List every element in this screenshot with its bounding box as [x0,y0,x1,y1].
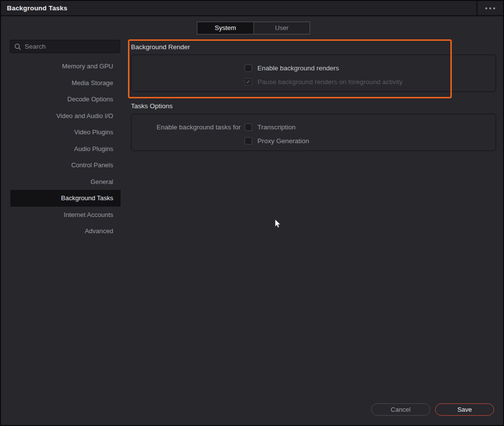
sidebar-item-video-plugins[interactable]: Video Plugins [10,124,121,141]
ellipsis-icon [485,7,487,9]
pause-background-renders-label: Pause background renders on foreground a… [257,78,403,86]
ellipsis-icon [489,7,491,9]
sidebar-item-video-and-audio-io[interactable]: Video and Audio I/O [10,108,121,124]
pause-background-renders-checkbox [245,78,252,86]
proxy-generation-checkbox[interactable] [245,137,252,145]
scope-tabs: System User [197,22,310,34]
search-icon [14,43,21,50]
sidebar-item-memory-and-gpu[interactable]: Memory and GPU [10,58,121,75]
tasks-options-header: Tasks Options [131,102,173,110]
tasks-options-panel: Enable background tasks for Transcriptio… [131,114,496,151]
search-box[interactable] [10,40,120,53]
tab-system[interactable]: System [197,22,253,34]
preferences-dialog: Background Tasks System User Memory and … [0,0,504,426]
mouse-cursor [275,219,282,229]
ellipsis-icon [493,7,495,9]
sidebar-item-general[interactable]: General [10,174,121,190]
sidebar-item-audio-plugins[interactable]: Audio Plugins [10,141,121,157]
transcription-checkbox[interactable] [245,123,252,131]
preferences-sidebar: Memory and GPU Media Storage Decode Opti… [10,58,121,240]
enable-background-tasks-for-label: Enable background tasks for [131,123,241,131]
background-render-header: Background Render [131,43,190,51]
cancel-button[interactable]: Cancel [371,403,430,416]
sidebar-item-media-storage[interactable]: Media Storage [10,75,121,91]
sidebar-item-control-panels[interactable]: Control Panels [10,157,121,174]
background-render-panel: Enable background renders Pause backgrou… [131,55,496,92]
sidebar-item-internet-accounts[interactable]: Internet Accounts [10,207,121,223]
tab-user[interactable]: User [253,22,310,34]
sidebar-item-advanced[interactable]: Advanced [10,223,121,240]
enable-background-renders-checkbox[interactable] [245,64,252,72]
transcription-label: Transcription [257,123,296,131]
title-bar: Background Tasks [1,1,503,16]
sidebar-item-background-tasks[interactable]: Background Tasks [10,190,121,207]
window-title: Background Tasks [7,4,67,12]
save-button[interactable]: Save [435,403,494,416]
proxy-generation-label: Proxy Generation [257,137,309,145]
search-input[interactable] [25,43,116,50]
options-menu-button[interactable] [476,1,503,15]
sidebar-item-decode-options[interactable]: Decode Options [10,91,121,108]
enable-background-renders-label: Enable background renders [257,64,339,72]
